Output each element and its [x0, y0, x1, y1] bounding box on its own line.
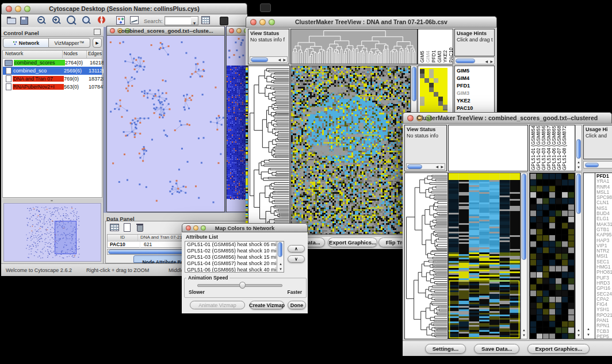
treeview2-labels-vscrollbar[interactable]: ▲ ▼ — [575, 125, 582, 171]
scroll-right-icon[interactable]: ▶ — [441, 164, 443, 170]
network-list-item[interactable]: combined_scores2764(0)16218(0) — [3, 59, 102, 67]
network-overview-canvas[interactable] — [4, 204, 101, 261]
zoom-selected-button[interactable] — [81, 15, 92, 26]
attribute-browser-button[interactable] — [200, 15, 212, 26]
scroll-right-icon[interactable]: ▶ — [490, 59, 493, 64]
treeview2-hints-hscrollbar[interactable] — [583, 161, 612, 168]
treeview1-button-2[interactable]: Export Graphics... — [328, 237, 377, 247]
zoom-in-button[interactable] — [51, 15, 62, 26]
treeview1-row-dendrogram[interactable] — [248, 66, 290, 235]
treeview2-button-2[interactable]: Export Graphics... — [527, 344, 590, 354]
search-dropdown-button[interactable]: ▼ — [191, 16, 198, 25]
main-title-bar[interactable]: Cytoscape Desktop (Session Name: collins… — [1, 3, 247, 14]
network-overview-panel[interactable] — [3, 203, 101, 262]
frame2-close-button[interactable] — [229, 28, 234, 33]
scroll-left-icon[interactable]: ◀ — [278, 57, 281, 63]
tab-overflow-button[interactable]: ▶ — [93, 38, 102, 48]
gene-label[interactable]: GIM5 — [457, 67, 494, 75]
gene-label[interactable]: PFD1 — [457, 82, 494, 90]
move-up-button[interactable]: ∧ — [288, 245, 305, 252]
network-view2-canvas[interactable] — [227, 36, 247, 212]
dialog-title-bar[interactable]: Map Colors to Network — [182, 223, 308, 232]
attribute-list-item[interactable]: GPL51-02 (GSM855) heat shock 10 min — [185, 248, 276, 254]
attribute-list-item[interactable]: GPL51-06 (GSM865) heat shock 40 min — [185, 267, 276, 273]
network-list-item[interactable]: combined_sco2569(6)13112(15) — [3, 67, 102, 75]
view-status-hscrollbar[interactable]: ◀ ▶ — [406, 163, 445, 170]
scroll-down-icon[interactable]: ▼ — [577, 164, 580, 170]
treeview1-column-dendrogram[interactable] — [290, 29, 418, 64]
move-down-button[interactable]: ∨ — [288, 255, 305, 263]
attribute-list-item[interactable]: GPL51-04 (GSM857) heat shock 20 min — [185, 260, 276, 267]
scroll-left-icon[interactable]: ◀ — [435, 164, 438, 170]
view-status-hscrollbar[interactable]: ◀ ▶ — [250, 56, 288, 63]
network-view-canvas[interactable] — [107, 36, 224, 212]
animation-speed-group: Animation Speed Slower Faster — [184, 278, 307, 298]
scroll-up-icon[interactable]: ▲ — [587, 326, 590, 332]
gene-label[interactable]: PEP5 — [596, 334, 612, 338]
scroll-down-icon[interactable]: ▼ — [522, 332, 526, 338]
zoom-out-button[interactable] — [36, 15, 47, 26]
column-header-edges[interactable]: Edges — [87, 51, 102, 58]
search-input[interactable] — [165, 16, 192, 25]
treeview1-title-bar[interactable]: ClusterMaker TreeView : DNA and Tran 07-… — [246, 16, 497, 28]
tab-network[interactable]: Network — [3, 38, 49, 48]
dialog-button-2[interactable]: Done — [288, 301, 306, 309]
treeview1-hints-hscrollbar[interactable]: ◀ ▶ — [454, 57, 495, 64]
panel-splitter[interactable] — [2, 199, 102, 202]
treeview2-button-1[interactable]: Save Data... — [474, 344, 519, 354]
treeview2-title-bar[interactable]: ClusterMaker TreeView : combined_scores_… — [403, 112, 612, 124]
annotation-button[interactable] — [129, 15, 140, 26]
attribute-listbox[interactable]: GPL51-01 (GSM854) heat shock 05 minGPL51… — [185, 241, 284, 273]
zoom-fit-button[interactable] — [66, 15, 77, 26]
animation-speed-slider[interactable] — [197, 284, 282, 287]
delete-attribute-button[interactable] — [135, 223, 145, 233]
network-list-item[interactable]: DNA and Tran 07769(0)183728(0) — [3, 75, 102, 83]
treeview2-button-0[interactable]: Settings... — [425, 344, 466, 354]
scroll-right-icon[interactable]: ▶ — [283, 57, 286, 63]
scroll-down-icon[interactable]: ▼ — [279, 266, 282, 272]
column-label: YKE2 — [443, 30, 448, 63]
scroll-left-icon[interactable]: ◀ — [485, 59, 488, 64]
usage-hints-message: Click and drag t — [455, 37, 494, 44]
network-tools-button[interactable] — [115, 15, 127, 26]
desktop-icon[interactable] — [260, 3, 271, 12]
control-panel: Control Panel Network VizMapper™ ▶ Netwo… — [1, 27, 104, 263]
tab-vizmapper[interactable]: VizMapper™ — [49, 38, 90, 48]
help-button[interactable] — [97, 15, 108, 26]
column-header-network[interactable]: Network — [3, 51, 63, 58]
treeview1-heatmap[interactable] — [290, 66, 411, 235]
document-icon — [6, 67, 12, 74]
save-session-button[interactable] — [18, 15, 30, 26]
frame2-minimize-button[interactable] — [236, 28, 242, 33]
network-tab-icon — [13, 41, 17, 45]
treeview2-row-dendrogram[interactable] — [404, 173, 448, 339]
column-header-nodes[interactable]: Nodes — [63, 51, 87, 58]
nodes-icon — [116, 16, 125, 25]
treeview2-heatmap[interactable] — [448, 173, 521, 339]
trash-icon — [137, 225, 143, 232]
attribute-list-item[interactable]: GPL51-03 (GSM856) heat shock 15 min — [185, 254, 276, 260]
gene-label[interactable]: GIM4 — [457, 75, 494, 82]
open-session-button[interactable] — [6, 15, 17, 26]
usage-hints-message: Click and — [584, 133, 612, 140]
slider-thumb[interactable] — [239, 282, 246, 289]
scroll-down-icon[interactable]: ▼ — [577, 332, 580, 338]
plugin-button[interactable] — [219, 16, 230, 27]
dialog-button-1[interactable]: Create Vizmap — [250, 301, 284, 309]
new-attribute-button[interactable] — [122, 223, 132, 233]
attribute-list-vscrollbar[interactable]: ▲ ▼ — [277, 242, 284, 272]
attribute-select-button[interactable] — [109, 223, 120, 233]
treeview2-zoom-heatmap[interactable] — [529, 173, 575, 339]
gene-label[interactable]: GIM3 — [457, 90, 494, 97]
attribute-list-item[interactable]: GPL51-01 (GSM854) heat shock 05 min — [185, 242, 276, 248]
gene-label[interactable]: YKE2 — [457, 97, 494, 105]
dialog-button-0[interactable]: Animate Vizmap — [190, 301, 245, 309]
gene-label[interactable]: PAC10 — [457, 105, 494, 112]
treeview2-heatmap-vscrollbar[interactable]: ▲ ▼ — [521, 173, 527, 339]
network-list-item[interactable]: RNAPuberNov2+I563(0)107847(0) — [3, 83, 102, 91]
treeview1-zoom-heatmap[interactable] — [420, 68, 447, 113]
data-column-id[interactable]: ID — [108, 235, 138, 241]
scroll-down-icon[interactable]: ▼ — [587, 332, 590, 338]
float-panel-icon[interactable] — [94, 29, 101, 35]
treeview2-zoom-vscrollbar[interactable]: ▲ ▼ — [575, 173, 582, 339]
